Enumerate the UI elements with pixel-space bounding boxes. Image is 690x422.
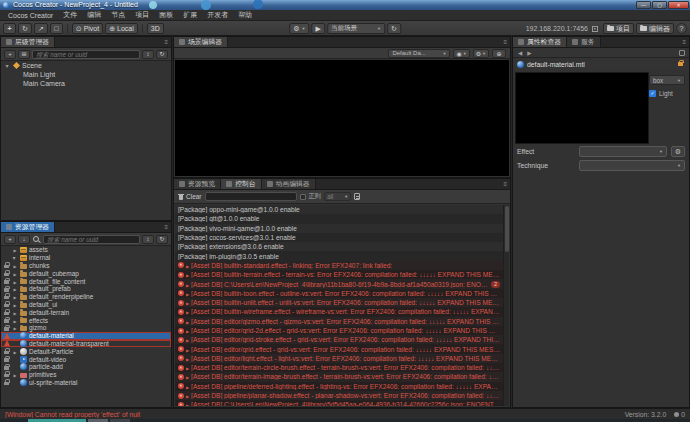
expand-arrow[interactable] bbox=[186, 271, 189, 278]
move-tool-button[interactable]: + bbox=[3, 23, 16, 34]
expand-arrow[interactable] bbox=[186, 364, 189, 371]
status-error-message[interactable]: [Window] Cannot read property 'effect' o… bbox=[5, 411, 625, 418]
console-log-row[interactable]: [Asset DB] editor/grid-stroke.effect - g… bbox=[175, 335, 503, 344]
effect-locate-button[interactable]: ⚙ bbox=[671, 146, 685, 157]
console-log-row[interactable]: [Asset DB] builtin-standard.effect - lin… bbox=[175, 261, 503, 270]
expand-arrow[interactable] bbox=[186, 308, 189, 315]
expand-arrow[interactable] bbox=[12, 262, 18, 269]
scene-viewport[interactable] bbox=[175, 60, 509, 176]
qr-code-icon[interactable] bbox=[592, 26, 598, 32]
console-log-row[interactable]: [Package] qtt@1.0.0 enable bbox=[175, 214, 503, 223]
asset-row[interactable]: internal bbox=[1, 254, 171, 262]
console-log-row[interactable]: [Asset DB] editor/grid.effect - grid-vs:… bbox=[175, 344, 503, 353]
expand-arrow[interactable] bbox=[5, 62, 11, 69]
hierarchy-node-row[interactable]: Scene bbox=[1, 61, 171, 70]
panel-menu-icon[interactable] bbox=[503, 181, 507, 187]
asset-row[interactable]: primitives bbox=[1, 371, 171, 379]
menu-item[interactable]: 帮助 bbox=[233, 10, 257, 20]
console-area-tab[interactable]: 控制台 bbox=[221, 179, 261, 189]
preview-shape-dropdown[interactable]: box ▼ bbox=[649, 75, 685, 85]
rotate-tool-button[interactable]: ↻ bbox=[18, 23, 32, 34]
console-log-row[interactable]: [Asset DB] builtin-unlit.effect - unlit-… bbox=[175, 298, 503, 307]
technique-dropdown[interactable]: ▼ bbox=[579, 160, 685, 171]
asset-row[interactable]: ui-sprite-material bbox=[1, 379, 171, 387]
console-log-row[interactable]: [Asset DB] builtin-toon.effect - outline… bbox=[175, 289, 503, 298]
expand-all-button[interactable]: ↕ bbox=[142, 50, 154, 59]
create-node-button[interactable]: + bbox=[4, 50, 16, 59]
expand-arrow[interactable] bbox=[186, 299, 189, 306]
log-level-dropdown[interactable]: all ▼ bbox=[324, 192, 351, 201]
console-area-tab[interactable]: 动画编辑器 bbox=[262, 179, 316, 189]
console-scrollbar[interactable] bbox=[503, 205, 509, 406]
expand-arrow[interactable] bbox=[186, 346, 189, 353]
panel-menu-icon[interactable] bbox=[503, 39, 507, 45]
asset-row[interactable]: default_cubemap bbox=[1, 269, 171, 277]
asset-row[interactable]: Default-Particle bbox=[1, 347, 171, 355]
expand-arrow[interactable] bbox=[186, 401, 189, 406]
hierarchy-node-row[interactable]: Main Camera bbox=[1, 79, 171, 88]
expand-arrow[interactable] bbox=[12, 348, 18, 355]
hierarchy-search-input[interactable] bbox=[32, 50, 140, 59]
asset-row[interactable]: effects bbox=[1, 316, 171, 324]
console-log-row[interactable]: [Package] im-plugin@3.0.5 enable bbox=[175, 251, 503, 260]
panel-menu-icon[interactable] bbox=[164, 224, 168, 230]
clear-console-button[interactable]: Clear bbox=[178, 193, 202, 200]
regex-checkbox[interactable] bbox=[300, 194, 306, 200]
light-toggle[interactable]: ✓ Light bbox=[649, 90, 685, 97]
asset-row[interactable]: default_prefab bbox=[1, 285, 171, 293]
effect-dropdown[interactable]: ▼ bbox=[579, 146, 667, 157]
asset-row[interactable]: default-terrain bbox=[1, 308, 171, 316]
expand-arrow[interactable] bbox=[186, 392, 189, 399]
menu-item[interactable]: 节点 bbox=[106, 10, 130, 20]
camera-settings-button[interactable]: ◉▼ bbox=[453, 49, 469, 58]
console-log-row[interactable]: [Asset DB] editor/terrain-image-brush.ef… bbox=[175, 372, 503, 381]
hierarchy-node-row[interactable]: Main Light bbox=[1, 70, 171, 79]
console-log-row[interactable]: [Package] cocos-services@3.0.1 enable bbox=[175, 233, 503, 242]
tab-hierarchy[interactable]: 层级管理器 bbox=[1, 37, 55, 47]
panel-menu-icon[interactable] bbox=[682, 39, 686, 45]
scene-view-dropdown[interactable]: Default Da... ▼ bbox=[388, 49, 450, 58]
expand-arrow[interactable] bbox=[186, 355, 189, 362]
material-preview[interactable] bbox=[515, 72, 649, 144]
back-icon[interactable]: ◀ bbox=[518, 48, 522, 58]
console-log-row[interactable]: [Asset DB] C:\Users\Len\NewProject_4\lib… bbox=[175, 279, 503, 288]
asset-row[interactable]: default_ui bbox=[1, 301, 171, 309]
inspector-tab[interactable]: 属性检查器 bbox=[513, 37, 567, 47]
asset-row[interactable]: particle-add bbox=[1, 363, 171, 371]
console-log-row[interactable]: [Asset DB] editor/grid-2d.effect - grid-… bbox=[175, 326, 503, 335]
asset-row[interactable]: assets bbox=[1, 246, 171, 254]
asset-row[interactable]: default_file_content bbox=[1, 277, 171, 285]
tab-assets[interactable]: 资源管理器 bbox=[1, 222, 55, 232]
node-template-button[interactable]: ⊞ bbox=[18, 50, 30, 59]
console-filter-input[interactable] bbox=[205, 192, 297, 201]
light-checkbox[interactable]: ✓ bbox=[649, 90, 656, 97]
expand-arrow[interactable] bbox=[12, 301, 18, 308]
close-button[interactable]: ✕ bbox=[668, 1, 689, 9]
mode-3d-button[interactable]: 3D bbox=[147, 23, 164, 34]
local-toggle-button[interactable]: ⊕Local bbox=[105, 23, 138, 34]
menu-item[interactable]: 编辑 bbox=[82, 10, 106, 20]
world-axis-button[interactable]: ⊕ bbox=[492, 49, 506, 58]
menu-item[interactable]: 扩展 bbox=[178, 10, 202, 20]
minimize-button[interactable]: — bbox=[636, 1, 651, 9]
console-log-row[interactable]: [Package] vivo-mini-game@1.0.0 enable bbox=[175, 224, 503, 233]
assets-search-input[interactable] bbox=[43, 235, 140, 244]
expand-arrow[interactable] bbox=[186, 318, 189, 325]
expand-arrow[interactable] bbox=[186, 281, 189, 288]
expand-arrow[interactable] bbox=[186, 262, 189, 269]
refresh-scene-button[interactable]: ↻ bbox=[387, 23, 401, 34]
console-log-row[interactable]: [Asset DB] builtin-wireframe.effect - wi… bbox=[175, 307, 503, 316]
console-log-row[interactable]: [Asset DB] builtin-terrain.effect - terr… bbox=[175, 270, 503, 279]
console-area-tab[interactable]: 资源预览 bbox=[174, 179, 221, 189]
scale-tool-button[interactable]: ↗ bbox=[34, 23, 48, 34]
expand-arrow[interactable] bbox=[12, 285, 18, 292]
refresh-icon[interactable]: ↻ bbox=[156, 50, 168, 59]
expand-arrow[interactable] bbox=[186, 327, 189, 334]
menu-item[interactable]: 项目 bbox=[130, 10, 154, 20]
search-icon[interactable] bbox=[32, 235, 41, 244]
open-log-file-icon[interactable] bbox=[354, 193, 360, 200]
console-log-row[interactable]: [Asset DB] pipeline/planar-shadow.effect… bbox=[175, 391, 503, 400]
maximize-button[interactable]: ▢ bbox=[652, 1, 667, 9]
expand-arrow[interactable] bbox=[12, 293, 18, 300]
expand-arrow[interactable] bbox=[12, 324, 18, 331]
